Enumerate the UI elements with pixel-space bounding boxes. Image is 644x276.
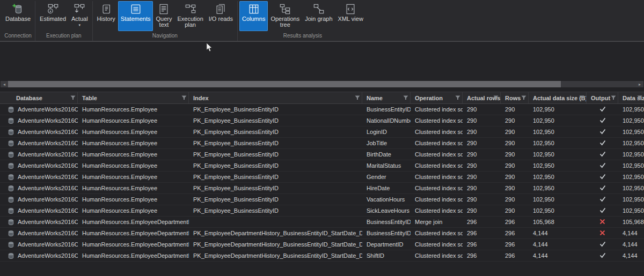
join-graph-icon — [313, 3, 325, 15]
filter-icon[interactable] — [403, 95, 408, 101]
cell-output — [587, 217, 618, 227]
database-name: AdventureWorks2016CTP3 — [18, 162, 78, 169]
cell-actual-data-size: 4,144 — [529, 228, 587, 238]
cell-actual-rows: 290 — [463, 138, 501, 148]
cell-table: HumanResources.Employee — [78, 115, 189, 126]
cell-index: PK_EmployeeDepartmentHistory_BusinessEnt… — [189, 250, 362, 261]
filter-icon[interactable] — [637, 95, 642, 101]
cell-operation: Clustered index scan — [411, 205, 463, 216]
column-header-data-size[interactable]: Data size — [618, 92, 644, 103]
column-header-label: Output — [591, 95, 610, 101]
database-icon — [8, 219, 14, 226]
query-text-button[interactable]: Query text — [153, 1, 174, 31]
cell-data-size: 102,950 — [618, 160, 644, 171]
column-header-label: Database — [16, 95, 42, 101]
cell-table: HumanResources.Employee — [78, 205, 189, 216]
table-row[interactable]: AdventureWorks2016CTP3HumanResources.Emp… — [0, 160, 644, 171]
button-label: Execution plan — [177, 16, 203, 28]
table-row[interactable]: AdventureWorks2016CTP3HumanResources.Emp… — [0, 104, 644, 115]
scroll-right-arrow-icon[interactable]: ▸ — [636, 81, 643, 87]
actual-button[interactable]: Actual▾ — [69, 1, 91, 31]
cell-rows: 296 — [501, 250, 529, 261]
statements-button[interactable]: Statements — [118, 1, 153, 31]
table-row[interactable]: AdventureWorks2016CTP3HumanResources.Emp… — [0, 194, 644, 205]
filter-icon[interactable] — [493, 95, 499, 101]
database-name: AdventureWorks2016CTP3 — [18, 129, 78, 135]
database-name: AdventureWorks2016CTP3 — [18, 106, 78, 113]
cell-database: AdventureWorks2016CTP3 — [0, 138, 78, 148]
filter-icon[interactable] — [611, 95, 616, 101]
cell-data-size: 4,144 — [618, 239, 644, 250]
table-row[interactable]: AdventureWorks2016CTP3HumanResources.Emp… — [0, 239, 644, 250]
columns-button[interactable]: Columns — [239, 1, 268, 31]
cell-actual-data-size: 4,144 — [529, 250, 587, 261]
grid-header-row: DatabaseTableIndexNameOperationActual ro… — [0, 92, 644, 104]
table-row[interactable]: AdventureWorks2016CTP3HumanResources.Emp… — [0, 250, 644, 262]
cell-output — [587, 160, 618, 171]
history-button[interactable]: History — [94, 1, 118, 31]
statements-panel — [0, 41, 644, 80]
check-icon — [599, 162, 606, 169]
table-row[interactable]: AdventureWorks2016CTP3HumanResources.Emp… — [0, 115, 644, 126]
column-header-index[interactable]: Index — [189, 92, 362, 103]
cell-database: AdventureWorks2016CTP3 — [0, 228, 78, 238]
column-header-actual-data-size-b[interactable]: Actual data size (B) — [529, 92, 587, 103]
database-name: AdventureWorks2016CTP3 — [18, 185, 78, 191]
button-label: Join graph — [305, 16, 332, 22]
filter-icon[interactable] — [579, 95, 584, 101]
grid-body: AdventureWorks2016CTP3HumanResources.Emp… — [0, 104, 644, 276]
cell-operation: Clustered index scan — [411, 194, 463, 205]
cell-index: PK_Employee_BusinessEntityID — [189, 183, 362, 193]
database-name: AdventureWorks2016CTP3 — [18, 196, 78, 203]
column-header-rows[interactable]: Rows — [501, 92, 529, 103]
filter-icon[interactable] — [455, 95, 460, 101]
column-header-actual-rows[interactable]: Actual rows — [463, 92, 501, 103]
column-header-table[interactable]: Table — [78, 92, 189, 103]
scroll-left-arrow-icon[interactable]: ◂ — [1, 81, 8, 87]
cell-index: PK_Employee_BusinessEntityID — [189, 205, 362, 216]
column-header-database[interactable]: Database — [0, 92, 78, 103]
database-name: AdventureWorks2016CTP3 — [18, 140, 78, 146]
ribbon-group-execution-plan: EstimatedActual▾Execution plan — [35, 1, 92, 41]
operations-tree-button[interactable]: Operations tree — [268, 1, 302, 31]
cell-actual-rows: 296 — [463, 239, 501, 250]
column-header-name[interactable]: Name — [362, 92, 411, 103]
estimated-plan-icon — [47, 3, 59, 15]
filter-icon[interactable] — [355, 95, 360, 101]
filter-icon[interactable] — [521, 95, 526, 101]
table-row[interactable]: AdventureWorks2016CTP3HumanResources.Emp… — [0, 205, 644, 217]
table-row[interactable]: AdventureWorks2016CTP3HumanResources.Emp… — [0, 126, 644, 138]
cell-rows: 290 — [501, 149, 529, 160]
cell-name: BusinessEntityID — [362, 104, 411, 115]
table-row[interactable]: AdventureWorks2016CTP3HumanResources.Emp… — [0, 183, 644, 194]
cell-output — [587, 205, 618, 216]
table-row[interactable]: AdventureWorks2016CTP3HumanResources.Emp… — [0, 217, 644, 228]
table-row[interactable]: AdventureWorks2016CTP3HumanResources.Emp… — [0, 228, 644, 239]
check-icon — [599, 185, 606, 192]
xml-view-button[interactable]: XML view — [335, 1, 366, 31]
cell-data-size: 102,950 — [618, 205, 644, 216]
cell-rows: 290 — [501, 194, 529, 205]
scrollbar-track[interactable] — [8, 81, 636, 87]
filter-icon[interactable] — [70, 95, 76, 101]
check-icon — [599, 151, 606, 158]
cell-actual-rows: 290 — [463, 171, 501, 182]
cell-rows: 296 — [501, 228, 529, 238]
check-icon — [599, 252, 606, 259]
scrollbar-thumb[interactable] — [8, 81, 561, 87]
cell-rows: 290 — [501, 138, 529, 148]
i-o-reads-button[interactable]: I/O reads — [206, 1, 236, 31]
column-header-operation[interactable]: Operation — [411, 92, 463, 103]
estimated-button[interactable]: Estimated — [37, 1, 69, 31]
cell-output — [587, 126, 618, 137]
ribbon-group-connection: DatabaseConnection — [1, 1, 35, 41]
table-row[interactable]: AdventureWorks2016CTP3HumanResources.Emp… — [0, 171, 644, 183]
filter-icon[interactable] — [181, 95, 187, 101]
database-button[interactable]: Database — [3, 1, 33, 31]
table-row[interactable]: AdventureWorks2016CTP3HumanResources.Emp… — [0, 149, 644, 160]
execution-plan-button[interactable]: Execution plan — [174, 1, 206, 31]
join-graph-button[interactable]: Join graph — [302, 1, 335, 31]
table-row[interactable]: AdventureWorks2016CTP3HumanResources.Emp… — [0, 138, 644, 149]
column-header-output[interactable]: Output — [587, 92, 618, 103]
button-label: Statements — [121, 16, 151, 22]
